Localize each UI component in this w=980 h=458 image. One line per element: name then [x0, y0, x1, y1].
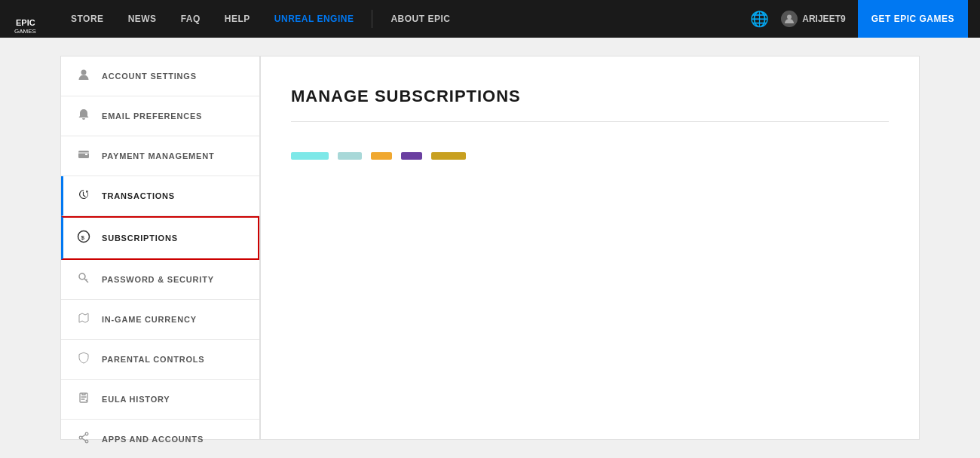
sidebar-item-in-game-currency[interactable]: IN-GAME CURRENCY	[61, 300, 259, 340]
sidebar-item-subscriptions[interactable]: $ SUBSCRIPTIONS	[61, 216, 259, 260]
page-title: MANAGE SUBSCRIPTIONS	[291, 87, 889, 106]
nav-about-epic[interactable]: ABOUT EPIC	[378, 0, 462, 38]
epic-games-logo[interactable]: EPIC GAMES	[12, 3, 44, 35]
nav-news[interactable]: NEWS	[116, 0, 169, 38]
sidebar-item-account-settings-label: ACCOUNT SETTINGS	[102, 72, 197, 81]
nav-help[interactable]: HELP	[213, 0, 262, 38]
sidebar-item-apps-accounts-label: APPS AND ACCOUNTS	[102, 435, 204, 444]
nav-store[interactable]: STORE	[59, 0, 116, 38]
sidebar-item-parental-controls-label: PARENTAL CONTROLS	[102, 355, 204, 364]
svg-point-11	[85, 432, 88, 435]
main-content: ACCOUNT SETTINGS EMAIL PREFERENCES PAYME…	[0, 38, 980, 458]
sidebar-item-account-settings[interactable]: ACCOUNT SETTINGS	[61, 56, 259, 96]
loading-bar-4	[401, 152, 422, 160]
nav-right: 🌐 ARIJEET9 GET EPIC GAMES	[750, 0, 968, 38]
svg-text:GAMES: GAMES	[14, 28, 36, 35]
shield-icon	[76, 352, 91, 367]
title-divider	[291, 121, 889, 122]
sidebar-item-apps-accounts[interactable]: APPS AND ACCOUNTS	[61, 420, 259, 458]
nav-divider	[372, 10, 372, 28]
sidebar-item-eula-history-label: EULA HISTORY	[102, 395, 170, 404]
sidebar-item-payment-management[interactable]: PAYMENT MANAGEMENT	[61, 136, 259, 176]
svg-text:EPIC: EPIC	[16, 18, 35, 27]
loading-bar-5	[431, 152, 466, 160]
svg-point-3	[787, 15, 792, 20]
key-icon	[76, 272, 91, 287]
svg-point-13	[79, 436, 82, 439]
get-epic-button[interactable]: GET EPIC GAMES	[858, 0, 968, 38]
nav-faq[interactable]: FAQ	[169, 0, 213, 38]
username-label: ARIJEET9	[802, 14, 845, 24]
user-icon	[76, 69, 91, 84]
sidebar-item-transactions-label: TRANSACTIONS	[102, 191, 175, 200]
user-avatar-icon	[781, 11, 798, 27]
sidebar-item-email-preferences-label: EMAIL PREFERENCES	[102, 111, 202, 121]
svg-point-9	[79, 273, 85, 279]
navigation: EPIC GAMES STORE NEWS FAQ HELP UNREAL EN…	[0, 0, 980, 38]
sidebar-item-payment-management-label: PAYMENT MANAGEMENT	[102, 151, 214, 160]
sidebar-item-eula-history[interactable]: EULA HISTORY	[61, 380, 259, 420]
currency-icon	[76, 312, 91, 327]
loading-bar-1	[291, 152, 329, 160]
sidebar-item-in-game-currency-label: IN-GAME CURRENCY	[102, 315, 197, 324]
svg-point-4	[81, 70, 87, 75]
sidebar-item-parental-controls[interactable]: PARENTAL CONTROLS	[61, 340, 259, 380]
loading-bar-3	[371, 152, 392, 160]
sidebar-item-email-preferences[interactable]: EMAIL PREFERENCES	[61, 96, 259, 136]
sidebar-item-transactions[interactable]: TRANSACTIONS	[61, 176, 259, 216]
history-icon	[76, 188, 91, 203]
clipboard-icon	[76, 392, 91, 407]
globe-icon[interactable]: 🌐	[750, 10, 769, 28]
nav-unreal-engine[interactable]: UNREAL ENGINE	[262, 0, 366, 38]
nav-links: STORE NEWS FAQ HELP UNREAL ENGINE ABOUT …	[59, 0, 750, 38]
loading-bar-2	[338, 152, 362, 160]
sidebar-item-subscriptions-label: SUBSCRIPTIONS	[102, 234, 178, 243]
sidebar-item-password-security-label: PASSWORD & SECURITY	[102, 275, 214, 284]
subscription-icon: $	[76, 230, 91, 246]
svg-text:$: $	[81, 234, 85, 241]
user-menu[interactable]: ARIJEET9	[781, 11, 845, 27]
bell-icon	[76, 108, 91, 124]
loading-bars	[291, 152, 889, 160]
svg-rect-6	[85, 154, 87, 155]
wallet-icon	[76, 148, 91, 163]
svg-point-12	[85, 440, 88, 443]
sidebar: ACCOUNT SETTINGS EMAIL PREFERENCES PAYME…	[60, 56, 260, 440]
content-area: MANAGE SUBSCRIPTIONS	[260, 56, 920, 440]
share-icon	[76, 432, 91, 447]
sidebar-item-password-security[interactable]: PASSWORD & SECURITY	[61, 260, 259, 300]
